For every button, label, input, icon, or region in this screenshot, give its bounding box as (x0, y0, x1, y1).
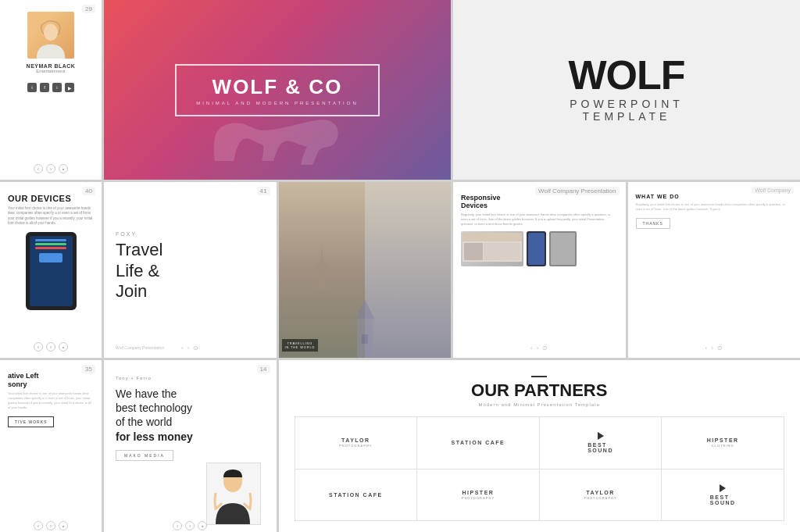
slide-number-2: 40 (82, 187, 95, 195)
wolf-title-text: WOLF & CO (196, 75, 359, 99)
phone-mockup (26, 232, 77, 310)
nav-row-what: ‹ › ⊙ (705, 345, 723, 352)
main-grid: 29 NEYMAR BLACK Entertainment t f i ▶ ‹ … (0, 0, 800, 532)
partners-slide: OUR PARTNERS Modern and Minimal Presenta… (279, 360, 801, 532)
creative-slide: 35 ative Leftsonry Your initial font cho… (0, 360, 102, 532)
partner-sub-6: PHOTOGRAPHY (462, 496, 495, 500)
product-subtitle: POWERPOINT (570, 98, 684, 110)
nav-next-tony[interactable]: › (185, 521, 195, 530)
responsive-title: ResponsiveDevices (461, 194, 618, 209)
our-devices-title: OUR DEVICES (8, 194, 71, 203)
facebook-icon[interactable]: f (40, 83, 49, 92)
nav-prev-creative[interactable]: ‹ (34, 521, 43, 530)
slide-number-foxy: 41 (257, 187, 270, 195)
wolf-subtitle-text: MINIMAL AND MODERN PRESENTATION (196, 101, 359, 105)
partners-grid: TAYLOR PHOTOGRAPHY STATION CAFE BESTSOUN… (295, 416, 785, 521)
foxy-footer: Wolf Company Presentation (116, 345, 164, 350)
nav-next-creative[interactable]: › (46, 521, 55, 530)
partners-subtitle: Modern and Minimal Presentation Template (478, 402, 600, 407)
phone-bar-1 (35, 239, 66, 241)
creative-text: Your initial font choice is one of your … (8, 391, 94, 410)
partner-hipster-2: HIPSTER PHOTOGRAPHY (417, 470, 540, 522)
partner-taylor-1: TAYLOR PHOTOGRAPHY (295, 417, 418, 470)
nav-arrow-left-what[interactable]: ‹ (705, 345, 708, 352)
nav-next-1[interactable]: › (46, 164, 55, 173)
nav-dots-foxy[interactable]: ⊙ (193, 345, 198, 352)
twitter-icon[interactable]: t (27, 83, 37, 92)
partner-name-5: STATION CAFE (329, 492, 383, 498)
social-icons-row: t f i ▶ (27, 83, 74, 92)
svg-marker-5 (355, 299, 374, 319)
nav-next-2[interactable]: › (46, 342, 55, 352)
tony-quote: We have thebest technologyof the worldfo… (116, 387, 265, 444)
nav-dots-indicator-2[interactable]: • (59, 342, 68, 352)
nav-arrow-right-foxy[interactable]: › (188, 345, 190, 352)
nav-indicator-tony[interactable]: • (198, 521, 207, 530)
partner-station-1: STATION CAFE (417, 417, 540, 470)
tony-slide: 14 Tony + Ferro We have thebest technolo… (104, 360, 277, 532)
slide-number-1: 29 (82, 5, 95, 13)
thanks-button[interactable]: THANKS (636, 218, 670, 229)
nav-arrow-right-responsive[interactable]: › (537, 345, 539, 352)
partner-beat-1: BESTSOUND (540, 417, 662, 470)
product-main-title: WOLF (568, 57, 684, 94)
partner-beat-2: BESTSOUND (662, 470, 784, 522)
instagram-icon[interactable]: i (52, 83, 62, 92)
mako-button[interactable]: MAKO MEDIA (116, 450, 173, 461)
creative-button[interactable]: TIVE WORKS (8, 416, 54, 427)
partners-divider (531, 376, 547, 377)
play-icon-1 (598, 432, 604, 440)
nav-dots-indicator-1[interactable]: • (59, 164, 68, 173)
partner-name-7: TAYLOR (586, 490, 615, 495)
phone-bar-4 (39, 253, 62, 262)
wolf-title-box: WOLF & CO MINIMAL AND MODERN PRESENTATIO… (175, 64, 380, 116)
partner-name-8: BESTSOUND (710, 495, 736, 505)
nav-dots-creative: ‹ › • (34, 521, 68, 530)
responsive-text: Regularly, your initial font choice is o… (461, 212, 618, 227)
phone-thumb (527, 231, 546, 266)
slide-number-tony: 14 (257, 365, 270, 373)
slide-number-responsive: Wolf Company Presentation (535, 187, 619, 195)
what-text: Regularly, your initial font choice is o… (636, 202, 793, 212)
device-thumbnails (461, 231, 618, 266)
what-title: WHAT WE DO (636, 194, 680, 199)
nav-arrow-right-what[interactable]: › (711, 345, 713, 352)
partner-sub-4: CLOTHING (712, 444, 734, 448)
foxy-label: FOXY (116, 231, 265, 237)
partner-taylor-2: TAYLOR PHOTOGRAPHY (540, 470, 662, 522)
nav-dots-what[interactable]: ⊙ (717, 345, 723, 352)
partner-name-4: HIPSTER (707, 437, 739, 443)
partner-hipster-1: HIPSTER CLOTHING (662, 417, 784, 470)
church-photo (365, 182, 451, 358)
svg-rect-6 (362, 334, 368, 344)
partner-name-2: STATION CAFE (452, 440, 505, 445)
nav-dots-2: ‹ › • (34, 342, 68, 352)
partner-sub-7: PHOTOGRAPHY (584, 496, 616, 500)
nav-row-foxy: ‹ › ⊙ (181, 345, 198, 352)
nav-arrow-left-responsive[interactable]: ‹ (530, 345, 533, 352)
responsive-slide: Wolf Company Presentation ResponsiveDevi… (453, 182, 626, 358)
phone-bar-2 (35, 243, 66, 245)
nav-arrow-left-foxy[interactable]: ‹ (181, 345, 184, 352)
youtube-icon[interactable]: ▶ (65, 83, 74, 92)
phone-screen (30, 236, 73, 306)
play-icon-2 (720, 484, 726, 492)
nav-dots-responsive[interactable]: ⊙ (542, 345, 548, 352)
foxy-slide: 41 FOXY TravelLife &Join Wolf Company Pr… (104, 182, 277, 358)
slide-number-creative: 35 (82, 365, 95, 373)
foxy-title: TravelLife &Join (116, 240, 265, 302)
nav-prev-tony[interactable]: ‹ (173, 521, 182, 530)
partners-title: OUR PARTNERS (471, 380, 607, 401)
person-card-slide: 29 NEYMAR BLACK Entertainment t f i ▶ ‹ … (0, 0, 102, 180)
product-title-panel: WOLF POWERPOINT TEMPLATE (453, 0, 800, 180)
nav-row-responsive: ‹ › ⊙ (530, 345, 548, 352)
partner-sub-1: PHOTOGRAPHY (339, 444, 372, 448)
avatar (27, 12, 74, 59)
nav-prev-1[interactable]: ‹ (34, 164, 43, 173)
partner-name-6: HIPSTER (462, 490, 495, 495)
nav-indicator-creative[interactable]: • (59, 521, 68, 530)
our-devices-text: Your initial font choice is one of your … (8, 206, 94, 226)
svg-point-0 (44, 23, 58, 41)
nav-prev-2[interactable]: ‹ (34, 342, 43, 352)
travel-photos-slide: TRAVELLINGIN THE WORLD (279, 182, 452, 358)
